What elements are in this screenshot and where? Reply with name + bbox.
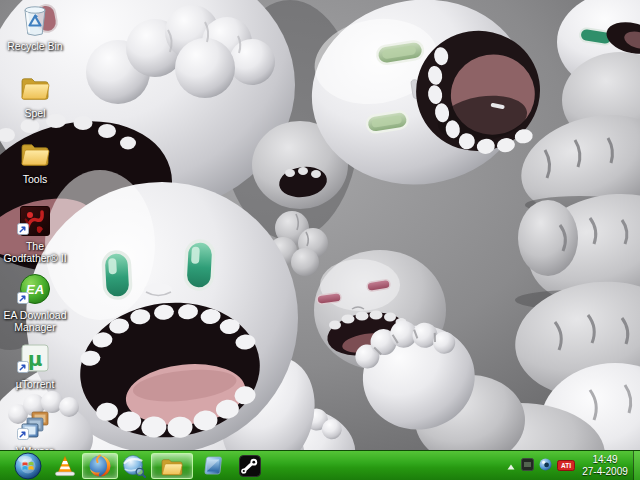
taskbar-steam-button[interactable] bbox=[234, 453, 266, 479]
media-viewer-icon bbox=[201, 453, 225, 479]
start-button[interactable] bbox=[12, 453, 44, 479]
shortcut-arrow-icon bbox=[17, 221, 29, 239]
desktop-icon-spel[interactable]: Spel bbox=[0, 70, 70, 119]
explorer-folder-icon bbox=[159, 453, 185, 479]
folder-icon bbox=[17, 70, 53, 106]
desktop-icon-recycle-bin[interactable]: Recycle Bin bbox=[0, 3, 70, 52]
tray-dark-app-icon[interactable] bbox=[521, 457, 534, 475]
icon-label: EA Download Manager bbox=[0, 309, 70, 333]
desktop-icon-tools[interactable]: Tools bbox=[0, 136, 70, 185]
taskbar-vlc-button[interactable] bbox=[50, 453, 80, 479]
shortcut-arrow-icon bbox=[17, 359, 29, 377]
windows-orb-icon bbox=[13, 451, 43, 480]
mu-letter: µ bbox=[28, 347, 43, 371]
up-arrow-icon bbox=[506, 463, 516, 471]
icon-label: The Godfather® II bbox=[0, 240, 70, 264]
taskbar: ATI 14:49 27-4-2009 bbox=[0, 450, 640, 480]
taskbar-internet-globe-button[interactable] bbox=[120, 453, 148, 479]
show-desktop-button[interactable] bbox=[633, 451, 640, 480]
icon-label: Recycle Bin bbox=[0, 40, 70, 52]
icon-label: Tools bbox=[0, 173, 70, 185]
icon-label: Spel bbox=[0, 107, 70, 119]
desktop-screen: Recycle Bin Spel Tools bbox=[0, 0, 640, 480]
icon-label: µTorrent bbox=[0, 378, 70, 390]
tray-ati-icon[interactable]: ATI bbox=[557, 457, 575, 475]
desktop-icon-godfather[interactable]: The Godfather® II bbox=[0, 203, 70, 264]
vmware-icon bbox=[17, 408, 53, 444]
tray-blue-app-icon[interactable] bbox=[539, 457, 552, 475]
ea-icon: EA bbox=[17, 272, 53, 308]
desktop-icon-ea-download-manager[interactable]: EA EA Download Manager bbox=[0, 272, 70, 333]
taskbar-explorer-button[interactable] bbox=[151, 453, 193, 479]
taskbar-firefox-button[interactable] bbox=[82, 453, 118, 479]
shortcut-arrow-icon bbox=[17, 290, 29, 308]
utorrent-icon: µ bbox=[17, 341, 53, 377]
vlc-cone-icon bbox=[52, 453, 78, 479]
clock-time: 14:49 bbox=[580, 454, 630, 466]
desktop-icon-utorrent[interactable]: µ µTorrent bbox=[0, 341, 70, 390]
folder-icon bbox=[17, 136, 53, 172]
godfather-game-icon bbox=[17, 203, 53, 239]
taskbar-media-viewer-button[interactable] bbox=[199, 453, 227, 479]
clock-date: 27-4-2009 bbox=[580, 466, 630, 478]
globe-icon bbox=[122, 454, 146, 478]
shortcut-arrow-icon bbox=[17, 426, 29, 444]
firefox-icon bbox=[87, 453, 113, 479]
clock[interactable]: 14:49 27-4-2009 bbox=[580, 454, 630, 478]
ati-letters: ATI bbox=[561, 462, 571, 469]
steam-icon bbox=[237, 453, 263, 479]
wallpaper bbox=[0, 0, 640, 480]
recycle-bin-icon bbox=[17, 3, 53, 39]
system-tray: ATI 14:49 27-4-2009 bbox=[506, 451, 630, 480]
hidden-icons-arrow[interactable] bbox=[506, 457, 516, 475]
